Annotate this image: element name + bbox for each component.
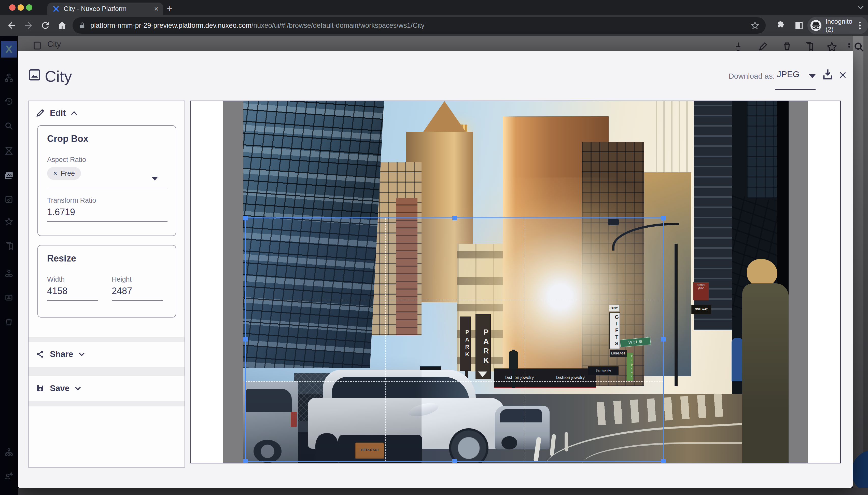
transform-ratio-value[interactable]: 1.6719 bbox=[47, 207, 75, 218]
tab-search-chevron-icon[interactable] bbox=[857, 4, 865, 10]
share-section-label: Share bbox=[50, 349, 73, 359]
sidebar-favorites-icon[interactable] bbox=[4, 217, 14, 226]
tab-close-icon[interactable]: × bbox=[154, 4, 159, 13]
dimmed-collections-icon bbox=[804, 41, 815, 51]
bookmark-star-icon[interactable] bbox=[750, 21, 760, 30]
sidebar-browse-icon[interactable] bbox=[4, 73, 14, 83]
dimmed-menu-icon bbox=[845, 41, 854, 51]
sidebar-checklist-icon[interactable] bbox=[4, 195, 14, 204]
parking-sign: STOPP ytime bbox=[693, 283, 709, 300]
aspect-ratio-label: Aspect Ratio bbox=[47, 156, 86, 164]
url-bar[interactable]: platform-nmm-pr-29-preview.platform.dev.… bbox=[72, 17, 766, 34]
sidebar-search-icon[interactable] bbox=[4, 121, 14, 131]
width-underline bbox=[47, 301, 98, 301]
viewer-matte: I♥NY GIFTS LUGGAGE W 31 St zipcar ONE WA… bbox=[223, 101, 808, 463]
crop-handle-ne[interactable] bbox=[661, 216, 666, 220]
nuxeo-logo[interactable]: X bbox=[1, 41, 17, 57]
sidebar-badge-icon[interactable] bbox=[4, 293, 14, 302]
browser-tab[interactable]: City - Nuxeo Platform × bbox=[47, 2, 163, 15]
sidebar-workflow-icon[interactable] bbox=[4, 448, 14, 457]
screen: City - Nuxeo Platform × + platform-nmm-p… bbox=[0, 0, 868, 495]
sidebar-collections-icon[interactable] bbox=[4, 241, 14, 251]
image-icon bbox=[28, 68, 41, 82]
crop-handle-nw[interactable] bbox=[243, 216, 248, 220]
traffic-light-close[interactable] bbox=[9, 4, 16, 11]
sidebar-profile-icon[interactable] bbox=[4, 269, 14, 278]
aspect-select-underline bbox=[47, 188, 168, 188]
traffic-light-minimize[interactable] bbox=[18, 4, 24, 11]
lock-icon bbox=[79, 21, 86, 30]
sidebar-admin-icon[interactable] bbox=[4, 472, 14, 481]
resize-card: Resize Width 4158 Height 2487 bbox=[37, 245, 176, 318]
transform-ratio-underline bbox=[47, 221, 168, 222]
dimmed-edit-icon bbox=[758, 41, 768, 51]
format-select-caret-icon[interactable] bbox=[809, 74, 816, 78]
crop-third-hline-1 bbox=[246, 300, 663, 300]
photo-woman-hair bbox=[747, 259, 777, 287]
crop-handle-n[interactable] bbox=[452, 216, 457, 220]
dimmed-trash-icon bbox=[782, 41, 792, 51]
sidebar-assets-icon[interactable] bbox=[4, 171, 14, 180]
extensions-icon[interactable] bbox=[775, 20, 786, 31]
width-label: Width bbox=[47, 275, 65, 284]
save-section-header[interactable]: Save bbox=[36, 383, 82, 393]
browser-menu-icon[interactable] bbox=[855, 20, 865, 31]
crop-handle-s[interactable] bbox=[452, 459, 457, 463]
modal-backdrop-bottom bbox=[18, 488, 868, 495]
crop-handle-se[interactable] bbox=[661, 459, 666, 463]
width-input[interactable]: 4158 bbox=[47, 286, 67, 296]
new-tab-button[interactable]: + bbox=[167, 3, 173, 14]
crop-third-hline-2 bbox=[246, 381, 663, 382]
aspect-ratio-chip[interactable]: × Free bbox=[47, 167, 81, 180]
save-icon bbox=[36, 384, 45, 393]
transform-ratio-label: Transform Ratio bbox=[47, 197, 96, 204]
height-input[interactable]: 2487 bbox=[112, 286, 132, 296]
url-domain: platform-nmm-pr-29-preview.platform.dev.… bbox=[90, 22, 251, 29]
forward-icon[interactable] bbox=[23, 20, 34, 31]
chip-remove-icon[interactable]: × bbox=[53, 170, 57, 177]
aspect-select-caret-icon[interactable] bbox=[152, 177, 158, 181]
share-expand-chevron-icon[interactable] bbox=[78, 352, 86, 357]
download-icon[interactable] bbox=[821, 68, 834, 81]
photo-canvas[interactable]: I♥NY GIFTS LUGGAGE W 31 St zipcar ONE WA… bbox=[243, 101, 788, 463]
reload-icon[interactable] bbox=[40, 20, 50, 31]
save-section-label: Save bbox=[50, 383, 69, 393]
crop-box-overlay[interactable] bbox=[245, 218, 664, 462]
dimmed-page-header: City bbox=[0, 36, 868, 51]
image-edit-dialog: City Download as: JPEG × Edit Crop Box bbox=[18, 51, 853, 488]
save-section: Save bbox=[29, 376, 185, 401]
resize-heading: Resize bbox=[47, 253, 76, 264]
save-expand-chevron-icon[interactable] bbox=[74, 386, 82, 391]
crop-box-heading: Crop Box bbox=[47, 133, 88, 144]
share-section-header[interactable]: Share bbox=[36, 349, 86, 359]
height-label: Height bbox=[112, 275, 132, 284]
edit-collapse-chevron-icon[interactable] bbox=[70, 110, 78, 116]
edit-panel: Edit Crop Box Aspect Ratio × Free Transf… bbox=[28, 101, 185, 467]
tab-title: City - Nuxeo Platform bbox=[64, 5, 152, 13]
nuxeo-favicon-icon bbox=[52, 5, 59, 13]
app-sidebar: X bbox=[0, 36, 18, 495]
back-icon[interactable] bbox=[6, 20, 17, 31]
browser-tabstrip: City - Nuxeo Platform × + bbox=[0, 0, 868, 15]
photo-pedestrian-blue-shirt bbox=[732, 338, 743, 381]
sidebar-trash-icon[interactable] bbox=[4, 317, 14, 326]
dimmed-doc-title: City bbox=[47, 40, 61, 49]
format-select-value[interactable]: JPEG bbox=[777, 69, 800, 79]
dialog-close-icon[interactable]: × bbox=[839, 68, 847, 82]
crop-handle-sw[interactable] bbox=[243, 459, 248, 463]
home-icon[interactable] bbox=[57, 20, 67, 31]
format-select-underline bbox=[775, 89, 816, 90]
photo-woman-coat bbox=[742, 284, 788, 463]
traffic-light-zoom[interactable] bbox=[26, 4, 32, 11]
sidebar-tasks-icon[interactable] bbox=[4, 146, 14, 155]
edit-section-header[interactable]: Edit bbox=[36, 108, 78, 118]
aspect-ratio-chip-label: Free bbox=[61, 170, 75, 177]
crop-handle-e[interactable] bbox=[661, 337, 666, 341]
url-path: /nuxeo/ui/#!/browse/default-domain/works… bbox=[251, 22, 424, 29]
dialog-title: City bbox=[45, 67, 72, 85]
parking-sign-line1: STOPP bbox=[693, 284, 709, 287]
crop-handle-w[interactable] bbox=[243, 337, 248, 341]
side-panel-icon[interactable] bbox=[794, 20, 804, 31]
sidebar-history-icon[interactable] bbox=[4, 97, 14, 106]
parking-sign-line2: ytime bbox=[693, 287, 709, 290]
